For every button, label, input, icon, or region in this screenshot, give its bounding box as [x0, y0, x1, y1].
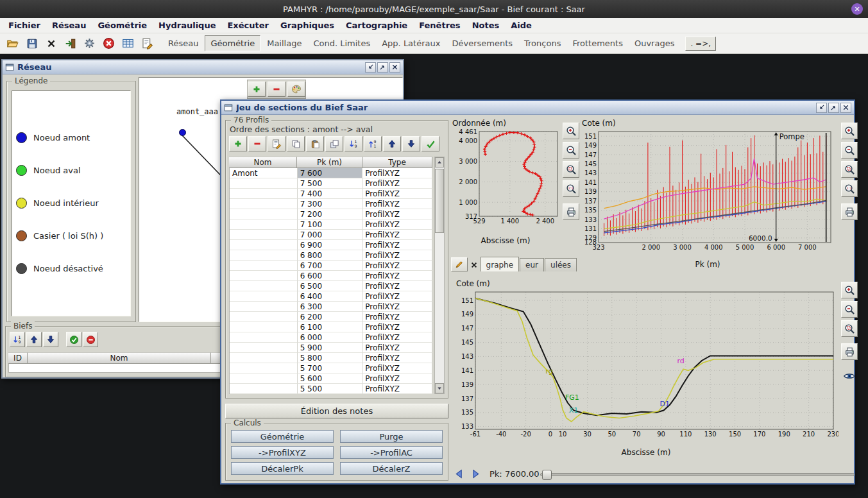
section-cell[interactable]: 6 600: [298, 271, 363, 281]
col-type[interactable]: Type: [362, 157, 432, 168]
validate-check-icon[interactable]: [421, 136, 439, 151]
move-down-icon[interactable]: [43, 332, 58, 347]
section-cell[interactable]: ProfilXYZ: [362, 291, 432, 302]
remove-node-button[interactable]: [268, 82, 285, 97]
move-up-icon[interactable]: [26, 332, 42, 347]
section-cell[interactable]: 7 100: [298, 219, 363, 230]
section-cell[interactable]: 6 200: [298, 312, 363, 322]
section-cell[interactable]: 5 800: [298, 353, 363, 363]
biefs-col-nom[interactable]: Nom: [28, 352, 211, 364]
move-down-icon[interactable]: [402, 136, 420, 151]
section-row[interactable]: 7 500ProfilXYZ: [230, 178, 432, 189]
section-cell[interactable]: ProfilXYZ: [362, 250, 432, 261]
add-node-button[interactable]: [248, 82, 266, 97]
section-cell[interactable]: [230, 384, 298, 394]
toolbar-troncons[interactable]: Tronçons: [519, 36, 566, 51]
toolbar-app-lateraux[interactable]: App. Latéraux: [377, 36, 445, 51]
upstream-node[interactable]: [179, 129, 186, 136]
window-maximize-button[interactable]: [828, 103, 839, 113]
section-row[interactable]: 5 500ProfilXYZ: [230, 384, 432, 394]
section-row[interactable]: 7 100ProfilXYZ: [230, 219, 432, 230]
section-row[interactable]: 6 000ProfilXYZ: [230, 332, 432, 343]
sort-icon[interactable]: 19: [10, 332, 25, 347]
section-cell[interactable]: [230, 302, 298, 312]
section-cell[interactable]: ProfilXYZ: [362, 240, 432, 250]
section-cell[interactable]: 6 300: [298, 302, 363, 312]
menu-graphiques[interactable]: Graphiques: [275, 19, 340, 32]
tab-eur[interactable]: eur: [520, 258, 544, 271]
zoom-in-icon[interactable]: [841, 123, 858, 139]
section-cell[interactable]: [230, 261, 298, 271]
section-row[interactable]: 7 400ProfilXYZ: [230, 189, 432, 199]
section-row[interactable]: Amont7 600ProfilXYZ: [230, 168, 432, 178]
sort-desc-icon[interactable]: 19: [345, 136, 362, 151]
duplicate-icon[interactable]: [325, 136, 343, 151]
section-cell[interactable]: 5 900: [298, 343, 363, 353]
copy-icon[interactable]: [287, 136, 305, 151]
section-cell[interactable]: [230, 189, 298, 199]
section-cell[interactable]: [230, 291, 298, 302]
long-profile-canvas[interactable]: 1511491471451431411391371351331311293232…: [578, 128, 837, 258]
cross-section-canvas[interactable]: 151149147145143141139137135133-61-40-200…: [454, 289, 838, 446]
section-cell[interactable]: ProfilXYZ: [362, 219, 432, 230]
section-cell[interactable]: 7 300: [298, 199, 363, 209]
section-cell[interactable]: 7 400: [298, 189, 363, 199]
pk-slider[interactable]: [540, 473, 855, 476]
enable-check-icon[interactable]: [66, 332, 81, 347]
menu-fenetres[interactable]: Fenêtres: [413, 19, 466, 32]
toolbar-deversements[interactable]: Déversements: [447, 36, 518, 51]
menu-reseau[interactable]: Réseau: [46, 19, 92, 32]
sections-window-titlebar[interactable]: Jeu de sections du Bief Saar: [221, 101, 854, 115]
col-pk[interactable]: Pk (m): [297, 157, 362, 168]
section-cell[interactable]: 6 700: [298, 261, 363, 271]
section-cell[interactable]: ProfilXYZ: [362, 209, 432, 219]
menu-cartographie[interactable]: Cartographie: [340, 19, 413, 32]
section-cell[interactable]: 7 600: [298, 168, 363, 178]
section-cell[interactable]: ProfilXYZ: [362, 302, 432, 312]
zoom-reset-icon[interactable]: 1:1: [563, 180, 579, 197]
section-cell[interactable]: [230, 281, 298, 291]
app-titlebar[interactable]: PAMHYR : /home/parouby/MAGE/exemple_saar…: [0, 0, 868, 18]
calc-geometrie[interactable]: Géométrie: [231, 430, 334, 443]
section-cell[interactable]: ProfilXYZ: [362, 343, 432, 353]
eye-icon[interactable]: [841, 369, 858, 383]
menu-fichier[interactable]: Fichier: [3, 19, 46, 32]
palette-icon[interactable]: [287, 82, 305, 97]
app-close-button[interactable]: ✕: [851, 3, 863, 15]
menu-executer[interactable]: Exécuter: [221, 19, 275, 32]
section-cell[interactable]: 6 400: [298, 291, 363, 302]
section-row[interactable]: 5 600ProfilXYZ: [230, 374, 432, 384]
section-cell[interactable]: [230, 199, 298, 209]
menu-hydraulique[interactable]: Hydraulique: [153, 19, 221, 32]
section-cell[interactable]: ProfilXYZ: [362, 271, 432, 281]
window-close-button[interactable]: [840, 103, 851, 113]
zoom-reset-icon[interactable]: 1:1: [841, 180, 858, 197]
section-row[interactable]: 5 800ProfilXYZ: [230, 353, 432, 363]
section-cell[interactable]: 6 500: [298, 281, 363, 291]
section-cell[interactable]: ProfilXYZ: [362, 281, 432, 291]
section-row[interactable]: 7 200ProfilXYZ: [230, 209, 432, 219]
section-cell[interactable]: ProfilXYZ: [362, 332, 432, 343]
close-view-icon[interactable]: [468, 259, 480, 271]
zoom-out-icon[interactable]: [563, 142, 579, 159]
section-cell[interactable]: 7 500: [298, 178, 363, 189]
section-row[interactable]: 6 700ProfilXYZ: [230, 261, 432, 271]
section-row[interactable]: 7 300ProfilXYZ: [230, 199, 432, 209]
pk-slider-thumb[interactable]: [542, 470, 552, 480]
zoom-window-icon[interactable]: [841, 320, 858, 337]
section-row[interactable]: 6 300ProfilXYZ: [230, 302, 432, 312]
section-cell[interactable]: ProfilXYZ: [362, 199, 432, 209]
section-cell[interactable]: ProfilXYZ: [362, 353, 432, 363]
col-nom[interactable]: Nom: [229, 157, 297, 168]
section-cell[interactable]: 7 200: [298, 209, 363, 219]
zoom-window-icon[interactable]: [841, 161, 858, 178]
section-cell[interactable]: 5 600: [298, 374, 363, 384]
zoom-window-icon[interactable]: [563, 161, 579, 178]
section-cell[interactable]: ProfilXYZ: [362, 312, 432, 322]
section-cell[interactable]: [230, 240, 298, 250]
save-icon[interactable]: [23, 35, 40, 52]
section-cell[interactable]: ProfilXYZ: [362, 230, 432, 240]
settings-gear-icon[interactable]: [81, 35, 98, 52]
section-cell[interactable]: ProfilXYZ: [362, 178, 432, 189]
print-icon[interactable]: [563, 203, 579, 220]
